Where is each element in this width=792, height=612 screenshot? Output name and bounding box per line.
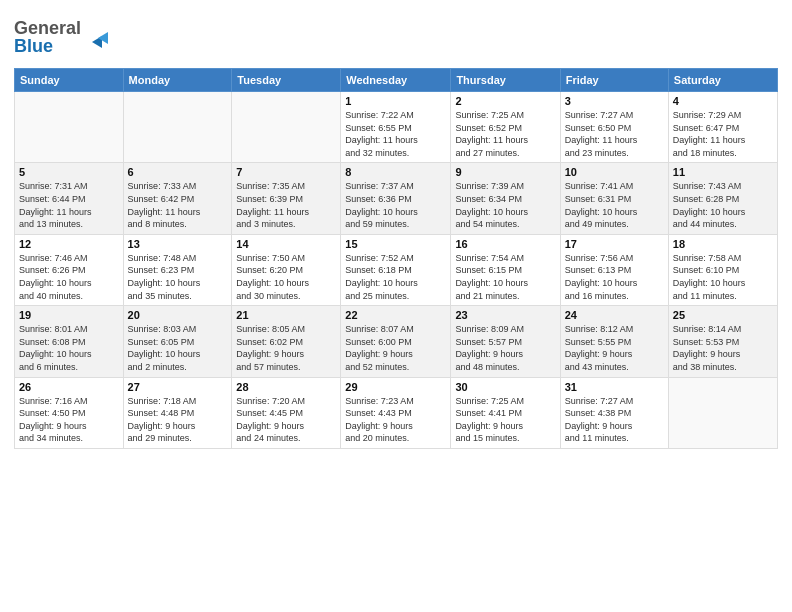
week-row-1: 1Sunrise: 7:22 AM Sunset: 6:55 PM Daylig…	[15, 92, 778, 163]
day-info: Sunrise: 7:25 AM Sunset: 6:52 PM Dayligh…	[455, 109, 555, 159]
week-row-5: 26Sunrise: 7:16 AM Sunset: 4:50 PM Dayli…	[15, 377, 778, 448]
day-number: 2	[455, 95, 555, 107]
day-number: 9	[455, 166, 555, 178]
day-number: 4	[673, 95, 773, 107]
day-number: 19	[19, 309, 119, 321]
calendar-cell: 10Sunrise: 7:41 AM Sunset: 6:31 PM Dayli…	[560, 163, 668, 234]
calendar-cell: 28Sunrise: 7:20 AM Sunset: 4:45 PM Dayli…	[232, 377, 341, 448]
day-info: Sunrise: 7:35 AM Sunset: 6:39 PM Dayligh…	[236, 180, 336, 230]
day-info: Sunrise: 7:18 AM Sunset: 4:48 PM Dayligh…	[128, 395, 228, 445]
day-info: Sunrise: 8:07 AM Sunset: 6:00 PM Dayligh…	[345, 323, 446, 373]
day-number: 25	[673, 309, 773, 321]
calendar-cell: 21Sunrise: 8:05 AM Sunset: 6:02 PM Dayli…	[232, 306, 341, 377]
day-info: Sunrise: 7:27 AM Sunset: 6:50 PM Dayligh…	[565, 109, 664, 159]
calendar-cell	[123, 92, 232, 163]
calendar-cell: 30Sunrise: 7:25 AM Sunset: 4:41 PM Dayli…	[451, 377, 560, 448]
weekday-header-saturday: Saturday	[668, 69, 777, 92]
day-info: Sunrise: 7:41 AM Sunset: 6:31 PM Dayligh…	[565, 180, 664, 230]
day-number: 26	[19, 381, 119, 393]
day-number: 12	[19, 238, 119, 250]
weekday-header-monday: Monday	[123, 69, 232, 92]
day-info: Sunrise: 7:37 AM Sunset: 6:36 PM Dayligh…	[345, 180, 446, 230]
day-info: Sunrise: 7:31 AM Sunset: 6:44 PM Dayligh…	[19, 180, 119, 230]
day-number: 13	[128, 238, 228, 250]
calendar-cell: 29Sunrise: 7:23 AM Sunset: 4:43 PM Dayli…	[341, 377, 451, 448]
calendar-cell: 6Sunrise: 7:33 AM Sunset: 6:42 PM Daylig…	[123, 163, 232, 234]
calendar-cell: 23Sunrise: 8:09 AM Sunset: 5:57 PM Dayli…	[451, 306, 560, 377]
day-info: Sunrise: 8:05 AM Sunset: 6:02 PM Dayligh…	[236, 323, 336, 373]
calendar-container: General Blue SundayMondayTuesdayWednesda…	[0, 0, 792, 612]
day-info: Sunrise: 8:03 AM Sunset: 6:05 PM Dayligh…	[128, 323, 228, 373]
day-number: 1	[345, 95, 446, 107]
day-number: 28	[236, 381, 336, 393]
calendar-cell: 14Sunrise: 7:50 AM Sunset: 6:20 PM Dayli…	[232, 234, 341, 305]
day-number: 14	[236, 238, 336, 250]
logo: General Blue	[14, 14, 124, 62]
calendar-cell: 16Sunrise: 7:54 AM Sunset: 6:15 PM Dayli…	[451, 234, 560, 305]
day-info: Sunrise: 7:39 AM Sunset: 6:34 PM Dayligh…	[455, 180, 555, 230]
day-number: 3	[565, 95, 664, 107]
calendar-cell: 27Sunrise: 7:18 AM Sunset: 4:48 PM Dayli…	[123, 377, 232, 448]
svg-text:Blue: Blue	[14, 36, 53, 56]
day-number: 27	[128, 381, 228, 393]
day-info: Sunrise: 7:25 AM Sunset: 4:41 PM Dayligh…	[455, 395, 555, 445]
day-info: Sunrise: 7:48 AM Sunset: 6:23 PM Dayligh…	[128, 252, 228, 302]
calendar-cell: 7Sunrise: 7:35 AM Sunset: 6:39 PM Daylig…	[232, 163, 341, 234]
day-number: 17	[565, 238, 664, 250]
weekday-header-tuesday: Tuesday	[232, 69, 341, 92]
day-number: 7	[236, 166, 336, 178]
day-info: Sunrise: 7:50 AM Sunset: 6:20 PM Dayligh…	[236, 252, 336, 302]
day-number: 10	[565, 166, 664, 178]
calendar-cell: 20Sunrise: 8:03 AM Sunset: 6:05 PM Dayli…	[123, 306, 232, 377]
calendar-cell: 8Sunrise: 7:37 AM Sunset: 6:36 PM Daylig…	[341, 163, 451, 234]
calendar-cell: 13Sunrise: 7:48 AM Sunset: 6:23 PM Dayli…	[123, 234, 232, 305]
calendar-cell: 22Sunrise: 8:07 AM Sunset: 6:00 PM Dayli…	[341, 306, 451, 377]
day-info: Sunrise: 7:54 AM Sunset: 6:15 PM Dayligh…	[455, 252, 555, 302]
day-number: 20	[128, 309, 228, 321]
calendar-table: SundayMondayTuesdayWednesdayThursdayFrid…	[14, 68, 778, 449]
calendar-cell: 15Sunrise: 7:52 AM Sunset: 6:18 PM Dayli…	[341, 234, 451, 305]
day-number: 29	[345, 381, 446, 393]
calendar-cell: 4Sunrise: 7:29 AM Sunset: 6:47 PM Daylig…	[668, 92, 777, 163]
day-info: Sunrise: 7:16 AM Sunset: 4:50 PM Dayligh…	[19, 395, 119, 445]
weekday-header-wednesday: Wednesday	[341, 69, 451, 92]
calendar-cell	[15, 92, 124, 163]
day-info: Sunrise: 8:01 AM Sunset: 6:08 PM Dayligh…	[19, 323, 119, 373]
calendar-cell: 19Sunrise: 8:01 AM Sunset: 6:08 PM Dayli…	[15, 306, 124, 377]
day-number: 22	[345, 309, 446, 321]
day-info: Sunrise: 7:56 AM Sunset: 6:13 PM Dayligh…	[565, 252, 664, 302]
day-number: 16	[455, 238, 555, 250]
day-info: Sunrise: 7:33 AM Sunset: 6:42 PM Dayligh…	[128, 180, 228, 230]
day-number: 15	[345, 238, 446, 250]
day-info: Sunrise: 7:22 AM Sunset: 6:55 PM Dayligh…	[345, 109, 446, 159]
day-number: 24	[565, 309, 664, 321]
day-number: 11	[673, 166, 773, 178]
day-info: Sunrise: 7:20 AM Sunset: 4:45 PM Dayligh…	[236, 395, 336, 445]
calendar-cell: 17Sunrise: 7:56 AM Sunset: 6:13 PM Dayli…	[560, 234, 668, 305]
svg-text:General: General	[14, 18, 81, 38]
week-row-3: 12Sunrise: 7:46 AM Sunset: 6:26 PM Dayli…	[15, 234, 778, 305]
day-info: Sunrise: 7:58 AM Sunset: 6:10 PM Dayligh…	[673, 252, 773, 302]
calendar-cell: 3Sunrise: 7:27 AM Sunset: 6:50 PM Daylig…	[560, 92, 668, 163]
calendar-cell: 11Sunrise: 7:43 AM Sunset: 6:28 PM Dayli…	[668, 163, 777, 234]
calendar-cell: 5Sunrise: 7:31 AM Sunset: 6:44 PM Daylig…	[15, 163, 124, 234]
day-info: Sunrise: 8:12 AM Sunset: 5:55 PM Dayligh…	[565, 323, 664, 373]
calendar-cell	[232, 92, 341, 163]
logo-text: General Blue	[14, 14, 124, 62]
day-number: 8	[345, 166, 446, 178]
day-info: Sunrise: 7:23 AM Sunset: 4:43 PM Dayligh…	[345, 395, 446, 445]
day-number: 31	[565, 381, 664, 393]
week-row-4: 19Sunrise: 8:01 AM Sunset: 6:08 PM Dayli…	[15, 306, 778, 377]
day-info: Sunrise: 7:29 AM Sunset: 6:47 PM Dayligh…	[673, 109, 773, 159]
calendar-cell: 12Sunrise: 7:46 AM Sunset: 6:26 PM Dayli…	[15, 234, 124, 305]
calendar-cell: 9Sunrise: 7:39 AM Sunset: 6:34 PM Daylig…	[451, 163, 560, 234]
calendar-cell: 18Sunrise: 7:58 AM Sunset: 6:10 PM Dayli…	[668, 234, 777, 305]
day-info: Sunrise: 7:46 AM Sunset: 6:26 PM Dayligh…	[19, 252, 119, 302]
calendar-cell: 2Sunrise: 7:25 AM Sunset: 6:52 PM Daylig…	[451, 92, 560, 163]
day-number: 5	[19, 166, 119, 178]
header: General Blue	[14, 10, 778, 62]
day-info: Sunrise: 8:09 AM Sunset: 5:57 PM Dayligh…	[455, 323, 555, 373]
weekday-header-friday: Friday	[560, 69, 668, 92]
weekday-header-thursday: Thursday	[451, 69, 560, 92]
weekday-header-row: SundayMondayTuesdayWednesdayThursdayFrid…	[15, 69, 778, 92]
